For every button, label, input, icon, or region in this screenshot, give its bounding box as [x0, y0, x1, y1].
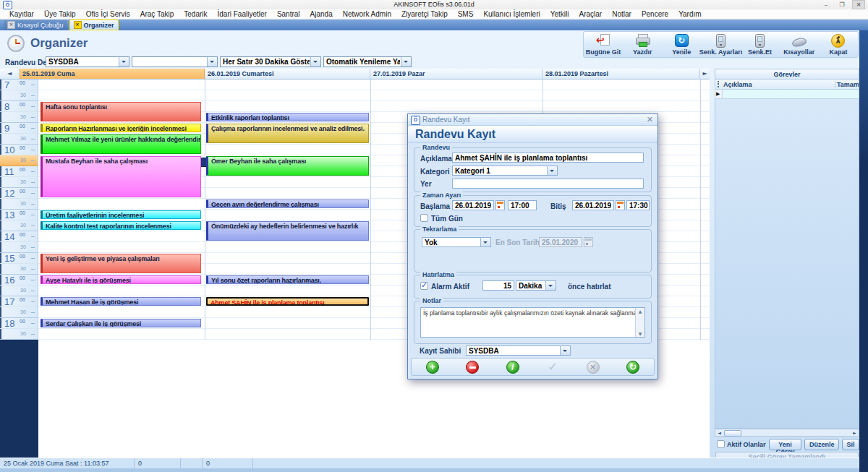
tasks-col-tamamlandi[interactable]: Tamamla [835, 81, 859, 88]
time-slot[interactable]: 700 [0, 80, 38, 90]
yer-field[interactable] [452, 179, 644, 189]
menu-item[interactable]: Ziyaretçi Takip [396, 10, 453, 18]
sync-button[interactable]: Senk.Et [741, 33, 780, 56]
calendar-event[interactable]: Önümüzdeki ay hedeflerin belirlenmesi ve… [206, 221, 369, 241]
menu-item[interactable]: Kullanıcı İşlemleri [478, 10, 545, 18]
time-slot[interactable]: 30 [0, 264, 38, 275]
tab-close-icon[interactable]: × [74, 21, 82, 29]
baslama-datepicker-icon[interactable] [495, 200, 505, 210]
dropdown-arrow-icon[interactable] [119, 57, 129, 66]
notes-scrollbar[interactable]: ▲ ▼ [635, 308, 644, 337]
notes-textarea[interactable]: İş planlama toplantısıbir aylık çalışmal… [420, 307, 645, 338]
menu-item[interactable]: Ofis İçi Servis [81, 10, 135, 18]
time-slot[interactable]: 30 [0, 220, 38, 231]
tasks-hscrollbar[interactable]: ◄ ► [715, 429, 859, 437]
scroll-up-icon[interactable]: ▲ [636, 309, 644, 314]
undo-button[interactable]: ↻ [626, 361, 639, 374]
menu-item[interactable]: Araç Takip [135, 10, 179, 18]
time-slot[interactable]: 30 [0, 177, 38, 188]
delete-button[interactable] [466, 361, 479, 374]
appointment-book-select[interactable]: SYSDBA [46, 56, 129, 67]
time-slot[interactable]: 30 [0, 286, 38, 296]
tasks-col-aciklama[interactable]: Açıklama [723, 81, 835, 88]
active-only-checkbox[interactable] [717, 440, 725, 448]
calendar-event[interactable]: Geçen ayın değerlendirme çalışması [206, 199, 369, 208]
calendar-event[interactable]: Çalışma raporlarının incelenmesi ve anal… [206, 124, 369, 143]
menu-item[interactable]: Santral [272, 10, 305, 18]
dropdown-arrow-icon[interactable] [560, 346, 570, 355]
delete-task-button[interactable]: Sil [842, 439, 859, 450]
calendar-event[interactable]: Mustafa Beyhan ile saha çalışması [41, 156, 201, 197]
menu-item[interactable]: Ajanda [305, 10, 338, 18]
alarm-unit-select[interactable]: Dakika [516, 280, 556, 291]
menu-item[interactable]: Üye Takip [39, 10, 81, 18]
calendar-event[interactable]: Ömer Beyhan ile saha çalışması [206, 156, 369, 176]
today-button[interactable]: ↩ Bugüne Git [584, 33, 623, 56]
calendar-event[interactable]: Raporların Hazırlanması ve içeriğin ince… [41, 124, 201, 132]
time-slot[interactable]: 30 [0, 155, 38, 166]
scroll-right-icon[interactable]: ► [851, 429, 859, 436]
time-slot[interactable]: 1600 [0, 275, 38, 286]
dropdown-arrow-icon[interactable] [207, 57, 217, 66]
day-header-0[interactable]: 25.01.2019 Cuma [20, 69, 205, 80]
tekrarlama-select[interactable]: Yok [422, 237, 491, 247]
auto-refresh-select[interactable]: Otomatik Yenileme Yapma [323, 56, 412, 67]
scroll-left-icon[interactable]: ◄ [715, 429, 723, 436]
edit-task-button[interactable]: Düzenle [804, 439, 839, 450]
menu-item[interactable]: Pencere [637, 10, 673, 18]
time-slot[interactable]: 900 [0, 123, 38, 134]
dropdown-arrow-icon[interactable] [310, 57, 320, 66]
menu-item[interactable]: İdari Faaliyetler [213, 10, 272, 18]
calendar-event[interactable]: Serdar Çalışkan ile iş görüşmesi [41, 319, 201, 327]
menu-item[interactable]: Kayıtlar [4, 10, 39, 18]
confirm-button[interactable]: ✓ [546, 361, 559, 374]
calendar-event[interactable]: Ayşe Hataylı ile iş görüşmesi [41, 275, 201, 284]
menu-item[interactable]: Network Admin [338, 10, 396, 18]
scroll-thumb[interactable] [724, 430, 741, 437]
bitis-date-field[interactable]: 26.01.2019 [572, 200, 614, 210]
print-button[interactable]: Yazdır [623, 33, 662, 56]
kayit-sahibi-select[interactable]: SYSDBA [466, 346, 571, 356]
time-slot[interactable]: 1400 [0, 231, 38, 242]
kategori-select[interactable]: Kategori 1 [452, 166, 558, 176]
baslama-time-field[interactable]: 17:00 [508, 200, 537, 210]
exit-button[interactable]: λ Kapat [819, 33, 858, 56]
time-slot[interactable]: 30 [0, 112, 38, 123]
time-slot[interactable]: 1500 [0, 253, 38, 264]
tab-close-icon[interactable]: × [7, 21, 15, 29]
refresh-button[interactable]: ↻ Yenile [662, 33, 701, 56]
tab-kisayol-cubugu[interactable]: × Kısayol Çubuğu [4, 20, 67, 30]
next-day-button[interactable]: ► [700, 69, 710, 80]
menu-item[interactable]: Yetkili [545, 10, 574, 18]
calendar-event[interactable]: Mehmet Hasan ile iş görüşmesi [41, 297, 201, 306]
tum-gun-checkbox[interactable] [420, 214, 428, 222]
calendar-event[interactable]: Etkinlik raporları toplantısı [206, 113, 369, 121]
dialog-close-icon[interactable]: ✕ [647, 115, 653, 124]
time-slot[interactable]: 30 [0, 199, 38, 210]
new-task-button[interactable]: Yeni Görev [769, 439, 802, 450]
calendar-event[interactable]: Üretim faaliyetlerinin incelenmesi [41, 210, 201, 219]
menu-item[interactable]: Araçlar [574, 10, 608, 18]
maximize-button[interactable]: ❐ [836, 1, 848, 9]
bitis-time-field[interactable]: 17:30 [626, 200, 650, 210]
dropdown-arrow-icon[interactable] [545, 281, 556, 290]
bitis-datepicker-icon[interactable] [616, 200, 625, 210]
scroll-down-icon[interactable]: ▼ [636, 331, 644, 336]
time-slot[interactable]: 1200 [0, 188, 38, 199]
menu-item[interactable]: Tedarik [179, 10, 212, 18]
day-header-3[interactable]: 28.01.2019 Pazartesi [542, 69, 700, 80]
dropdown-arrow-icon[interactable] [480, 238, 490, 246]
close-button[interactable]: ✕ [852, 0, 865, 9]
time-slot[interactable]: 1300 [0, 210, 38, 220]
calendar-event[interactable]: Yıl sonu özet raporların hazırlanması. [206, 275, 369, 284]
calendar-event[interactable]: Hafta sonu toplantısı [41, 102, 201, 121]
time-slot[interactable]: 30 [0, 90, 38, 101]
cancel-button[interactable]: × [587, 361, 600, 374]
time-slot[interactable]: 30 [0, 329, 38, 340]
time-slot[interactable]: 1700 [0, 296, 38, 307]
menu-item[interactable]: Yardım [673, 10, 707, 18]
calendar-event[interactable]: Mehmet Yılmaz ile yeni ürünler hakkında … [41, 134, 201, 154]
alarm-aktif-checkbox[interactable] [420, 282, 428, 290]
day-header-2[interactable]: 27.01.2019 Pazar [370, 69, 542, 80]
alarm-value-field[interactable]: 15 [482, 280, 514, 291]
